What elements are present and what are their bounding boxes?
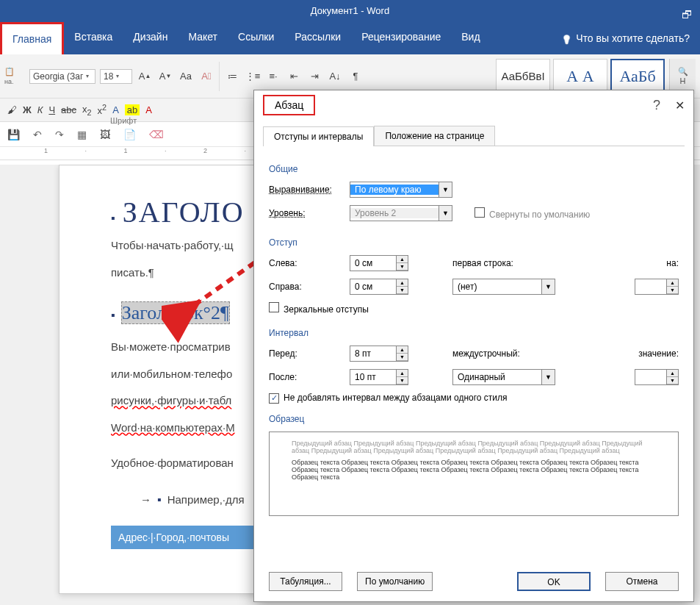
underline-button[interactable]: Ч: [48, 104, 55, 115]
tab-layout[interactable]: Макет: [178, 22, 228, 54]
tab-design[interactable]: Дизайн: [123, 22, 178, 54]
bulb-icon: [561, 33, 571, 43]
section-general: Общие: [269, 164, 679, 174]
p2d: Word·на·компьютерах·M: [111, 421, 235, 434]
numbered-icon[interactable]: ⋮≡: [245, 68, 261, 85]
paste-icon[interactable]: 📋: [4, 67, 25, 76]
format-painter-icon[interactable]: 🖌: [7, 104, 17, 115]
value-spin[interactable]: ▲▼: [635, 369, 679, 385]
subscript-button[interactable]: x2: [82, 104, 92, 117]
italic-button[interactable]: К: [37, 104, 43, 115]
after-spin[interactable]: 10 пт▲▼: [350, 369, 408, 385]
alignment-combo[interactable]: По левому краю▼: [350, 182, 452, 198]
styles-gallery: АаБбВвІ А А АаБб: [496, 59, 665, 94]
before-label: Перед:: [269, 348, 342, 359]
style-heading2[interactable]: АаБб: [610, 59, 665, 94]
ribbon-tabs: Главная Вставка Дизайн Макет Ссылки Расс…: [0, 22, 700, 54]
page-icon[interactable]: 📄: [123, 129, 136, 140]
tab-home[interactable]: Главная: [0, 22, 64, 54]
bullets-icon[interactable]: ≔: [224, 68, 240, 85]
mirror-checkbox[interactable]: Зеркальные отступы: [269, 302, 369, 315]
ok-button[interactable]: OK: [517, 572, 591, 591]
table-icon[interactable]: ▦: [77, 129, 87, 140]
dialog-tab-pageflow[interactable]: Положение на странице: [374, 126, 495, 146]
before-spin[interactable]: 8 пт▲▼: [350, 346, 408, 362]
sort-icon[interactable]: A↓: [327, 68, 343, 85]
change-case-icon[interactable]: Aa: [178, 68, 194, 85]
bold-button[interactable]: Ж: [23, 104, 32, 115]
section-spacing: Интервал: [269, 328, 679, 338]
style-normal[interactable]: АаБбВвІ: [496, 59, 550, 94]
style-heading1[interactable]: А А: [553, 59, 607, 94]
default-button[interactable]: По умолчанию: [357, 572, 433, 591]
save-icon[interactable]: 💾: [7, 129, 20, 140]
section-preview: Образец: [269, 414, 679, 424]
linespacing-combo[interactable]: Одинарный▼: [452, 369, 555, 385]
redo-icon[interactable]: ↷: [55, 129, 64, 140]
p4: Например,·для: [167, 493, 245, 506]
strike-button[interactable]: abc: [61, 104, 76, 115]
font-color-icon[interactable]: A: [145, 104, 152, 115]
window-restore-icon[interactable]: 🗗: [682, 4, 693, 26]
by-label: на:: [666, 258, 679, 268]
dialog-close-icon[interactable]: ✕: [675, 99, 685, 112]
show-marks-icon[interactable]: ¶: [347, 68, 364, 85]
undo-icon[interactable]: ↶: [33, 129, 42, 140]
multilevel-icon[interactable]: ≡·: [265, 68, 281, 85]
tab-mail[interactable]: Рассылки: [284, 22, 351, 54]
section-indent: Отступ: [269, 237, 679, 248]
collapse-checkbox: Свернуты по умолчанию: [475, 207, 590, 220]
firstline-combo[interactable]: (нет)▼: [452, 279, 555, 295]
level-label: Уровень:: [269, 208, 342, 218]
tab-insert[interactable]: Вставка: [64, 22, 123, 54]
grow-font-icon[interactable]: A▲: [137, 68, 153, 85]
editing-group[interactable]: 🔍Н: [669, 59, 696, 94]
window-titlebar: Документ1 - Word 🗗: [0, 0, 700, 22]
linespacing-label: междустрочный:: [452, 348, 520, 359]
paragraph-dialog: Абзац ? ✕ Отступы и интервалы Положение …: [253, 90, 694, 602]
heading2-selection[interactable]: Заголовок°2¶: [121, 301, 230, 324]
font-size-combo[interactable]: 18▾: [100, 69, 132, 84]
ribbon-group-font-label: Шрифт: [103, 115, 144, 126]
tabs-button[interactable]: Табуляция...: [269, 572, 342, 591]
indent-right-spin[interactable]: 0 см▲▼: [350, 279, 408, 295]
window-title: Документ1 - Word: [311, 5, 389, 16]
tell-me[interactable]: Что вы хотите сделать?: [551, 22, 700, 54]
indent-left-label: Слева:: [269, 258, 342, 268]
after-label: После:: [269, 372, 342, 382]
clipboard-label: на.: [4, 78, 25, 85]
font-name-combo[interactable]: Georgia (Заг▾: [29, 69, 95, 84]
picture-icon[interactable]: 🖼: [100, 129, 110, 140]
value-label: значение:: [638, 348, 679, 359]
preview-box: Предыдущий абзац Предыдущий абзац Предыд…: [269, 432, 679, 516]
level-combo: Уровень 2▼: [350, 205, 452, 221]
by-spin[interactable]: ▲▼: [635, 279, 679, 295]
alignment-label: Выравнивание:: [269, 185, 342, 195]
dialog-tab-indents[interactable]: Отступы и интервалы: [263, 126, 374, 146]
firstline-label: первая строка:: [452, 258, 513, 268]
shrink-font-icon[interactable]: A▼: [157, 68, 173, 85]
indent-left-spin[interactable]: 0 см▲▼: [350, 255, 408, 271]
dialog-help-icon[interactable]: ?: [653, 98, 660, 113]
tab-refs[interactable]: Ссылки: [228, 22, 284, 54]
indent-right-label: Справа:: [269, 282, 342, 292]
tab-review[interactable]: Рецензирование: [351, 22, 451, 54]
eraser-icon[interactable]: ⌫: [149, 129, 164, 140]
indent-icon[interactable]: ⇥: [306, 68, 322, 85]
tab-view[interactable]: Вид: [451, 22, 490, 54]
outdent-icon[interactable]: ⇤: [286, 68, 302, 85]
clear-format-icon[interactable]: A⃠: [198, 68, 214, 85]
dialog-title: Абзац: [263, 95, 315, 115]
highlight-icon[interactable]: ab: [125, 104, 140, 115]
p2c: рисунки,·фигуры·и·табл: [111, 394, 231, 407]
nosame-checkbox[interactable]: ✓Не добавлять интервал между абзацами од…: [269, 393, 508, 404]
text-effects-icon[interactable]: A: [112, 104, 119, 115]
cancel-button[interactable]: Отмена: [605, 572, 679, 591]
tell-me-text: Что вы хотите сделать?: [576, 32, 690, 44]
